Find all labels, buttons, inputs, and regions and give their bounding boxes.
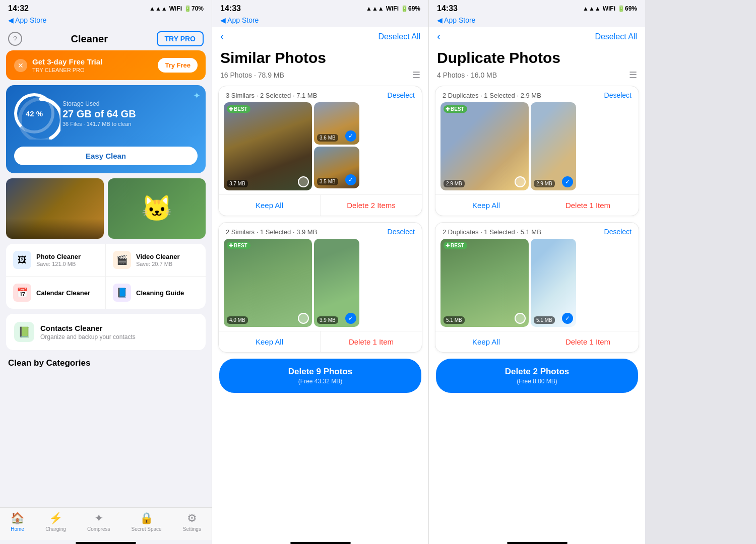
- duplicate-delete-all-button[interactable]: Delete 2 Photos (Free 8.00 MB): [436, 359, 638, 393]
- duplicate-group-2-deselect[interactable]: Deselect: [604, 228, 632, 236]
- similar-photos-scroll: 3 Similars · 2 Selected · 7.1 MB Deselec…: [212, 86, 428, 540]
- best-badge-d1: ✚ BEST: [444, 105, 467, 113]
- try-free-button[interactable]: Try Free: [158, 58, 198, 73]
- signal-icon: ▲▲▲: [149, 5, 167, 12]
- easy-clean-button[interactable]: Easy Clean: [14, 147, 198, 165]
- duplicate-thumb-1-2[interactable]: 2.9 MB ✓: [531, 102, 576, 190]
- duplicate-thumb-2-2[interactable]: 5.1 MB ✓: [531, 239, 576, 327]
- similar-group-1-photos: ✚ BEST 3.7 MB 3.6 MB ✓ 3.5 MB ✓: [219, 102, 422, 194]
- battery-icon-m: 🔋69%: [401, 5, 420, 12]
- photo-cleaner-icon: 🖼: [13, 251, 31, 269]
- select-check-1-2[interactable]: ✓: [345, 130, 356, 142]
- calendar-cleaner-text: Calendar Cleaner: [36, 289, 90, 297]
- duplicate-back-button[interactable]: ‹: [437, 30, 440, 43]
- duplicate-group-2-info: 2 Duplicates · 1 Selected · 5.1 MB: [443, 228, 541, 236]
- feature-photo-cleaner[interactable]: 🖼 Photo Cleaner Save: 121.0 MB: [6, 244, 106, 277]
- similar-delete-all-button[interactable]: Delete 9 Photos (Free 43.32 MB): [219, 359, 421, 393]
- nav-secret-space[interactable]: 🔒 Secret Space: [132, 512, 162, 532]
- similar-group-2: 2 Similars · 1 Selected · 3.9 MB Deselec…: [218, 222, 422, 353]
- duplicate-group-2-header: 2 Duplicates · 1 Selected · 5.1 MB Desel…: [435, 223, 639, 239]
- duplicate-keep-all-2[interactable]: Keep All: [435, 331, 537, 352]
- app-store-back-r[interactable]: ◀ App Store: [437, 16, 475, 24]
- cleaning-guide-icon: 📘: [113, 284, 131, 302]
- duplicate-photos-panel: 14:33 ▲▲▲ WiFi 🔋69% ◀ App Store ‹ Desele…: [428, 0, 645, 544]
- duplicate-group-1-photos: ✚ BEST 2.9 MB 2.9 MB ✓: [435, 102, 639, 194]
- select-circle-d1-1[interactable]: [515, 176, 526, 187]
- similar-delete-1[interactable]: Delete 2 Items: [321, 195, 422, 216]
- home-nav-icon: 🏠: [11, 512, 24, 525]
- select-check-2-2[interactable]: ✓: [345, 313, 356, 324]
- select-check-1-3[interactable]: ✓: [345, 174, 356, 185]
- status-icons-right: ▲▲▲ WiFi 🔋69%: [583, 5, 637, 12]
- filter-icon-similar[interactable]: ☰: [412, 70, 420, 81]
- select-circle-1-1[interactable]: [298, 176, 309, 187]
- photo-cleaner-sub: Save: 121.0 MB: [36, 261, 81, 267]
- similar-delete-2[interactable]: Delete 1 Item: [321, 331, 422, 352]
- nav-charging[interactable]: ⚡ Charging: [45, 512, 66, 532]
- similar-thumb-2-1[interactable]: ✚ BEST 4.0 MB: [224, 239, 312, 327]
- app-store-back-left[interactable]: ◀ App Store: [8, 16, 46, 24]
- size-badge-1-2: 3.6 MB: [317, 134, 338, 142]
- try-pro-button[interactable]: TRY PRO: [157, 31, 204, 46]
- duplicate-group-1-actions: Keep All Delete 1 Item: [435, 194, 639, 216]
- contacts-cleaner-item[interactable]: 📗 Contacts Cleaner Organize and backup y…: [6, 314, 206, 350]
- select-check-d2-2[interactable]: ✓: [562, 313, 573, 324]
- nav-charging-label: Charging: [45, 526, 66, 532]
- similar-deselect-all-button[interactable]: Deselect All: [378, 32, 420, 41]
- select-circle-d2-1[interactable]: [515, 313, 526, 324]
- select-check-d1-2[interactable]: ✓: [562, 176, 573, 187]
- nav-settings[interactable]: ⚙ Settings: [183, 512, 201, 532]
- wifi-icon-m: WiFi: [386, 5, 399, 12]
- help-icon[interactable]: ?: [8, 32, 22, 46]
- similar-back-button[interactable]: ‹: [220, 30, 224, 43]
- similar-group-1-info: 3 Similars · 2 Selected · 7.1 MB: [226, 92, 317, 99]
- select-circle-2-1[interactable]: [298, 313, 309, 324]
- feature-cleaning-guide[interactable]: 📘 Cleaning Guide: [106, 277, 206, 309]
- similar-keep-all-1[interactable]: Keep All: [219, 195, 321, 216]
- signal-icon-r: ▲▲▲: [583, 5, 601, 12]
- nav-home[interactable]: 🏠 Home: [11, 512, 24, 532]
- best-badge-2: ✚ BEST: [227, 242, 250, 249]
- calendar-cleaner-icon: 📅: [13, 284, 31, 302]
- similar-thumb-1-2[interactable]: 3.6 MB ✓: [314, 102, 359, 145]
- duplicate-delete-1[interactable]: Delete 1 Item: [537, 195, 639, 216]
- nav-compress[interactable]: ✦ Compress: [87, 512, 110, 532]
- app-store-back-m[interactable]: ◀ App Store: [220, 16, 259, 24]
- similar-keep-all-2[interactable]: Keep All: [219, 331, 321, 352]
- similar-group-1-deselect[interactable]: Deselect: [388, 91, 415, 99]
- contacts-cleaner-icon: 📗: [14, 322, 34, 342]
- app-store-bar-middle: ◀ App Store: [212, 15, 428, 27]
- similar-thumb-2-2[interactable]: 3.9 MB ✓: [314, 239, 359, 327]
- similar-photos-panel: 14:33 ▲▲▲ WiFi 🔋69% ◀ App Store ‹ Desele…: [212, 0, 428, 544]
- duplicate-deselect-all-button[interactable]: Deselect All: [595, 32, 637, 41]
- contacts-cleaner-sub: Organize and backup your contacts: [40, 333, 136, 341]
- similar-group-2-deselect[interactable]: Deselect: [388, 228, 415, 236]
- feature-calendar-cleaner[interactable]: 📅 Calendar Cleaner: [6, 277, 106, 309]
- duplicate-thumb-2-1[interactable]: ✚ BEST 5.1 MB: [440, 239, 529, 327]
- duplicate-group-1-deselect[interactable]: Deselect: [604, 91, 632, 99]
- status-bar-middle: 14:33 ▲▲▲ WiFi 🔋69%: [212, 0, 428, 15]
- trial-close-button[interactable]: ✕: [14, 59, 27, 72]
- duplicate-keep-all-1[interactable]: Keep All: [435, 195, 537, 216]
- similar-thumb-1-3[interactable]: 3.5 MB ✓: [314, 147, 359, 188]
- duplicate-thumb-1-1[interactable]: ✚ BEST 2.9 MB: [440, 102, 529, 190]
- feature-row-1: 🖼 Photo Cleaner Save: 121.0 MB 🎬 Video C…: [6, 244, 206, 277]
- photo-thumb-sunset[interactable]: [6, 178, 104, 239]
- best-icon-d1: ✚: [446, 106, 450, 112]
- status-icons-left: ▲▲▲ WiFi 🔋70%: [149, 5, 204, 12]
- similar-thumb-1-1[interactable]: ✚ BEST 3.7 MB: [224, 102, 312, 190]
- duplicate-photos-count: 4 Photos · 16.0 MB: [437, 71, 497, 79]
- trial-text: Get 3-day Free Trial TRY CLEANER PRO: [32, 57, 153, 73]
- secret-space-nav-icon: 🔒: [140, 512, 153, 525]
- nav-home-label: Home: [11, 526, 24, 532]
- similar-photos-title: Similar Photos: [212, 47, 428, 69]
- photo-thumb-cat[interactable]: 🐱: [108, 178, 206, 239]
- charging-nav-icon: ⚡: [49, 512, 62, 525]
- similar-delete-sub: (Free 43.32 MB): [227, 378, 413, 385]
- duplicate-delete-2[interactable]: Delete 1 Item: [537, 331, 639, 352]
- nav-settings-label: Settings: [183, 526, 201, 532]
- filter-icon-duplicate[interactable]: ☰: [629, 70, 637, 81]
- feature-video-cleaner[interactable]: 🎬 Video Cleaner Save: 20.7 MB: [106, 244, 206, 277]
- size-badge-2-1: 4.0 MB: [227, 316, 248, 324]
- duplicate-photos-title: Duplicate Photos: [429, 47, 645, 69]
